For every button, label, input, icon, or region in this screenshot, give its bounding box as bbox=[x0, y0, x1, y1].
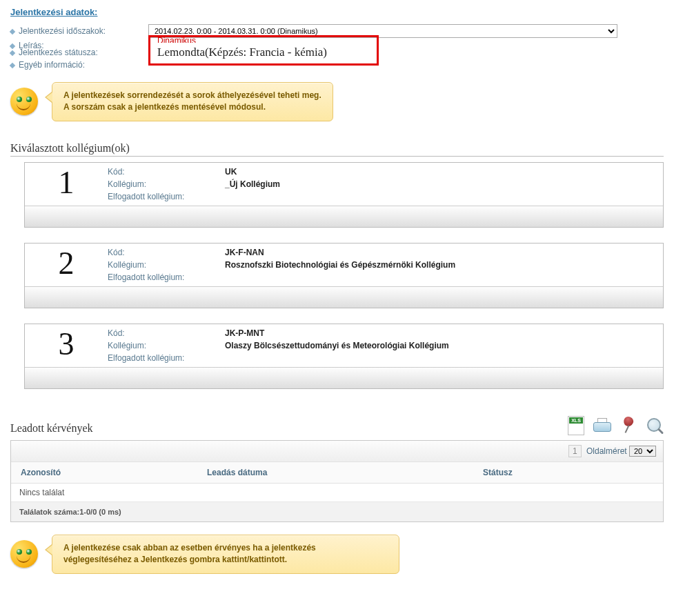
pin-icon[interactable] bbox=[620, 417, 637, 435]
code-label: Kód: bbox=[108, 328, 225, 338]
college-label: Kollégium: bbox=[108, 341, 225, 350]
code-value: JK-P-MNT bbox=[225, 328, 264, 338]
bullet-icon bbox=[10, 63, 15, 68]
col-date[interactable]: Leadás dátuma bbox=[207, 468, 483, 477]
code-value: JK-F-NAN bbox=[225, 248, 264, 257]
pagesize-select[interactable]: 20 bbox=[629, 446, 656, 457]
section-title: Jelentkezési adatok: bbox=[10, 7, 664, 17]
print-icon[interactable] bbox=[593, 417, 611, 435]
college-number: 2 bbox=[25, 248, 108, 285]
tip-row-2: A jelentkezése csak abban az esetben érv… bbox=[10, 535, 664, 574]
col-id[interactable]: Azonosító bbox=[21, 468, 207, 477]
smiley-icon bbox=[10, 88, 38, 115]
college-item[interactable]: 2 Kód:JK-F-NAN Kollégium:Rosznofszki Bio… bbox=[24, 243, 664, 308]
tip1-line1: A jelentkezések sorrendezését a sorok át… bbox=[63, 90, 321, 100]
accepted-label: Elfogadott kollégium: bbox=[108, 192, 225, 201]
colleges-heading: Kiválasztott kollégium(ok) bbox=[10, 142, 664, 157]
code-label: Kód: bbox=[108, 167, 225, 177]
tip2-line1: A jelentkezése csak abban az esetben érv… bbox=[63, 543, 316, 553]
search-icon[interactable] bbox=[646, 417, 664, 435]
code-value: UK bbox=[225, 167, 237, 177]
college-value: Rosznofszki Biotechnológiai és Gépészmér… bbox=[225, 260, 455, 270]
smiley-icon bbox=[10, 540, 38, 568]
code-label: Kód: bbox=[108, 248, 225, 257]
period-label: Jelentkezési időszakok: bbox=[19, 26, 106, 36]
bullet-icon bbox=[10, 50, 15, 56]
accepted-label: Elfogadott kollégium: bbox=[108, 272, 225, 282]
other-label: Egyéb információ: bbox=[19, 60, 85, 70]
college-value: Olaszy Bölcsészettudományi és Meteorológ… bbox=[225, 341, 449, 350]
export-xls-icon[interactable] bbox=[567, 417, 585, 435]
college-number: 3 bbox=[25, 328, 108, 366]
college-value: _Új Kollégium bbox=[225, 179, 280, 189]
redbox-top-text: Dinamikus bbox=[157, 37, 370, 43]
requests-grid: 1 Oldalméret 20 Azonosító Leadás dátuma … bbox=[10, 440, 664, 522]
status-label: Jelentkezés státusza: bbox=[19, 48, 98, 57]
tip-bubble: A jelentkezése csak abban az esetben érv… bbox=[52, 535, 399, 574]
pagesize-label: Oldalméret bbox=[586, 446, 627, 456]
grid-pager: 1 Oldalméret 20 bbox=[11, 441, 663, 462]
college-label: Kollégium: bbox=[108, 260, 225, 270]
grid-header-row: Azonosító Leadás dátuma Státusz bbox=[11, 462, 663, 484]
requests-title: Leadott kérvények bbox=[10, 422, 93, 435]
bullet-icon bbox=[10, 29, 15, 34]
status-highlight-box: Dinamikus Lemondta(Képzés: Francia - kém… bbox=[148, 35, 379, 66]
accepted-label: Elfogadott kollégium: bbox=[108, 353, 225, 363]
college-label: Kollégium: bbox=[108, 179, 225, 189]
college-item[interactable]: 3 Kód:JK-P-MNT Kollégium:Olaszy Bölcsész… bbox=[24, 324, 664, 389]
col-status[interactable]: Státusz bbox=[483, 468, 653, 477]
college-bottom-bar bbox=[25, 286, 663, 308]
toolbar bbox=[567, 417, 664, 435]
tip-bubble: A jelentkezések sorrendezését a sorok át… bbox=[52, 82, 333, 121]
college-bottom-bar bbox=[25, 367, 663, 388]
grid-footer: Találatok száma:1-0/0 (0 ms) bbox=[11, 502, 663, 521]
college-item[interactable]: 1 Kód:UK Kollégium:_Új Kollégium Elfogad… bbox=[24, 162, 664, 228]
tip2-line2: véglegesítéséhez a Jelentkezés gombra ka… bbox=[63, 555, 287, 564]
college-number: 1 bbox=[25, 167, 108, 204]
tip-row-1: A jelentkezések sorrendezését a sorok át… bbox=[10, 82, 664, 121]
tip1-line2: A sorszám csak a jelentkezés mentésével … bbox=[63, 102, 266, 112]
grid-empty-row: Nincs találat bbox=[11, 484, 663, 502]
college-bottom-bar bbox=[25, 206, 663, 227]
redbox-main-text: Lemondta(Képzés: Francia - kémia) bbox=[157, 46, 370, 59]
page-number[interactable]: 1 bbox=[568, 445, 582, 457]
